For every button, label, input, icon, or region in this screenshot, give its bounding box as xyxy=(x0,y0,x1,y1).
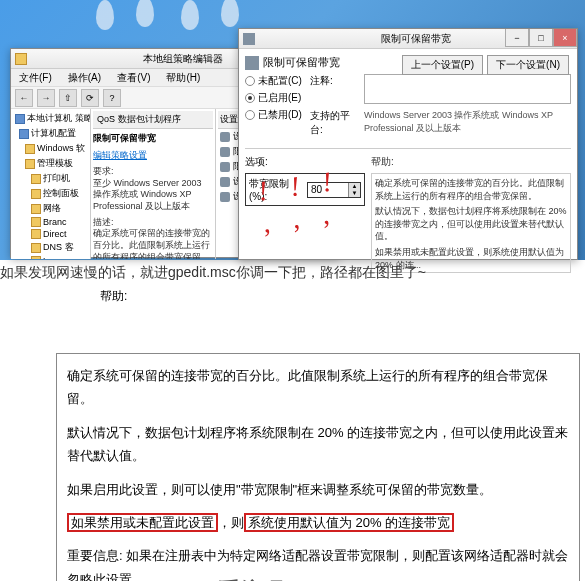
setting-icon xyxy=(220,162,230,172)
menu-file[interactable]: 文件(F) xyxy=(11,69,60,86)
tree-item[interactable]: 控制面板 xyxy=(13,186,88,201)
content-desc-label: 描述: xyxy=(93,217,213,229)
help-paragraph: 重要信息: 如果在注册表中为特定网络适配器设置带宽限制，则配置该网络适配器时就会… xyxy=(67,544,569,581)
highlight-box: 系统使用默认值为 20% 的连接带宽 xyxy=(244,513,454,532)
options-label: 选项: xyxy=(245,155,365,169)
tree-item[interactable]: Direct xyxy=(13,228,88,240)
folder-icon xyxy=(25,144,35,154)
help-paragraph: 如果启用此设置，则可以使用"带宽限制"框来调整系统可保留的带宽数量。 xyxy=(67,478,569,501)
comment-label: 注释: xyxy=(310,74,358,88)
folder-icon xyxy=(31,256,41,259)
radio-disabled[interactable] xyxy=(245,110,255,120)
tree-item[interactable]: 管理模板 xyxy=(13,156,88,171)
folder-icon xyxy=(19,129,29,139)
support-label: 支持的平台: xyxy=(310,109,358,137)
setting-icon xyxy=(220,132,230,142)
tree-item[interactable]: 打印机 xyxy=(13,171,88,186)
content-requirements-label: 要求: xyxy=(93,166,213,178)
help-box: 确定系统可保留的连接带宽的百分比。此值限制系统上运行的所有程序的组合带宽保留。 … xyxy=(56,353,580,581)
next-setting-button[interactable]: 下一个设置(N) xyxy=(487,55,569,75)
annotation-marks: ! ! !, , , xyxy=(256,165,346,240)
folder-icon xyxy=(31,217,41,227)
menu-action[interactable]: 操作(A) xyxy=(60,69,109,86)
help-paragraph: 如果禁用或未配置此设置，则系统使用默认值为 20% 的连接带宽 xyxy=(67,511,569,534)
back-icon[interactable]: ← xyxy=(15,89,33,107)
radio-group: 未配置(C) 已启用(E) 已禁用(D) xyxy=(245,74,302,142)
setting-icon xyxy=(220,177,230,187)
gpedit-tree[interactable]: 本地计算机 策略 计算机配置 Windows 软 管理模板 打印机 控制面板 网… xyxy=(11,109,91,259)
folder-icon xyxy=(31,174,41,184)
content-requirements: 至少 Windows Server 2003 操作系统或 Windows XP … xyxy=(93,178,213,213)
maximize-button[interactable]: □ xyxy=(529,29,553,47)
close-button[interactable]: × xyxy=(553,29,577,47)
help-paragraph: 确定系统可保留的连接带宽的百分比。此值限制系统上运行的所有程序的组合带宽保留。 xyxy=(67,364,569,411)
edit-policy-link[interactable]: 编辑策略设置 xyxy=(93,149,213,162)
help-paragraph: 默认情况下，数据包计划程序将系统限制在 20% 的连接带宽之内，但可以使用此设置… xyxy=(67,421,569,468)
caption-text: 如果发现网速慢的话，就进gpedit.msc你调一下把，路径都在图里了~ xyxy=(0,264,426,282)
tree-item[interactable]: Branc xyxy=(13,216,88,228)
menu-view[interactable]: 查看(V) xyxy=(109,69,158,86)
lower-help-label: 帮助: xyxy=(100,288,580,305)
dialog-titlebar[interactable]: 限制可保留带宽 − □ × xyxy=(239,29,577,49)
logo-text: 系统吧 xyxy=(218,576,304,581)
radio-enabled[interactable] xyxy=(245,93,255,103)
tree-item[interactable]: 网络 xyxy=(13,201,88,216)
folder-icon xyxy=(31,204,41,214)
spin-down-icon[interactable]: ▼ xyxy=(348,190,360,197)
site-logo: 系统吧 www.xitong8.com xyxy=(184,576,304,581)
tree-item[interactable]: Lanm xyxy=(13,255,88,259)
prev-setting-button[interactable]: 上一个设置(P) xyxy=(402,55,483,75)
setting-icon xyxy=(220,147,230,157)
folder-icon xyxy=(25,159,35,169)
help-label: 帮助: xyxy=(371,155,571,169)
folder-icon xyxy=(31,229,41,239)
gpedit-content: QoS 数据包计划程序 限制可保留带宽 编辑策略设置 要求: 至少 Window… xyxy=(91,109,215,259)
refresh-icon[interactable]: ⟳ xyxy=(81,89,99,107)
radio-not-configured[interactable] xyxy=(245,76,255,86)
help-text: 确定系统可保留的连接带宽的百分比。此值限制系统上运行的所有程序的组合带宽保留。 xyxy=(375,177,567,202)
folder-icon xyxy=(15,53,27,65)
forward-icon[interactable]: → xyxy=(37,89,55,107)
content-title: 限制可保留带宽 xyxy=(93,132,213,145)
folder-icon xyxy=(31,189,41,199)
minimize-button[interactable]: − xyxy=(505,29,529,47)
tree-item[interactable]: Windows 软 xyxy=(13,141,88,156)
tree-item[interactable]: DNS 客 xyxy=(13,240,88,255)
tree-item[interactable]: 计算机配置 xyxy=(13,126,88,141)
setting-icon xyxy=(243,33,255,45)
setting-icon xyxy=(245,56,259,70)
up-icon[interactable]: ⇧ xyxy=(59,89,77,107)
menu-help[interactable]: 帮助(H) xyxy=(158,69,208,86)
content-header: QoS 数据包计划程序 xyxy=(93,111,213,129)
tree-root[interactable]: 本地计算机 策略 xyxy=(13,111,88,126)
help-text: 默认情况下，数据包计划程序将系统限制在 20% 的连接带宽之内，但可以使用此设置… xyxy=(375,205,567,243)
computer-icon xyxy=(15,114,25,124)
lower-section: 帮助: 系统吧 www.xitong8.com 确定系统可保留的连接带宽的百分比… xyxy=(56,288,580,581)
support-text: Windows Server 2003 操作系统或 Windows XP Pro… xyxy=(364,109,571,135)
folder-icon xyxy=(31,243,41,253)
spin-up-icon[interactable]: ▲ xyxy=(348,183,360,190)
content-desc: 确定系统可保留的连接带宽的百分比。此值限制系统上运行的所有程序的组合带宽保留。 xyxy=(93,228,213,259)
highlight-box: 如果禁用或未配置此设置 xyxy=(67,513,218,532)
help-icon[interactable]: ? xyxy=(103,89,121,107)
comment-input[interactable] xyxy=(364,74,571,104)
setting-icon xyxy=(220,192,230,202)
